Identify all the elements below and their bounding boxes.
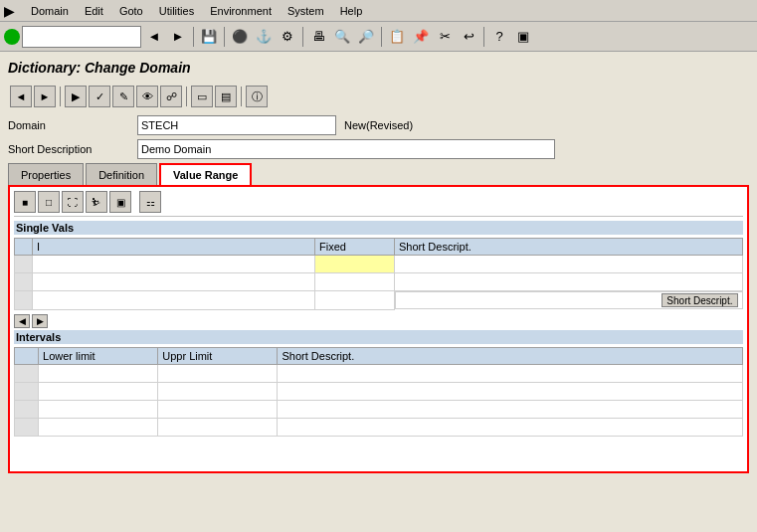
shortcut-btn2[interactable]: ⚓ <box>253 26 275 48</box>
domain-input[interactable] <box>137 115 336 135</box>
intervals-table: Lower limit Uppr Limit Short Descript. <box>14 347 743 437</box>
cell-i-3[interactable] <box>33 291 315 310</box>
panel-btn2[interactable]: □ <box>38 191 60 213</box>
int-upper-4[interactable] <box>158 418 278 436</box>
change-btn[interactable]: ✎ <box>112 86 134 107</box>
col-lower: Lower limit <box>39 347 158 364</box>
int-row-num-1 <box>15 364 39 382</box>
int-upper-2[interactable] <box>158 382 278 400</box>
save-btn[interactable]: 💾 <box>198 26 220 48</box>
menu-edit[interactable]: Edit <box>77 3 111 19</box>
menu-icon: ▶ <box>4 3 15 19</box>
find2-btn[interactable]: 🔎 <box>355 26 377 48</box>
fwd-btn[interactable]: ► <box>34 86 56 107</box>
copy-btn[interactable]: 📋 <box>386 26 408 48</box>
panel-btn6[interactable]: ⚏ <box>139 191 161 213</box>
sep2 <box>224 27 225 47</box>
cell-shortdesc-2[interactable] <box>395 273 743 291</box>
cell-fixed-2[interactable] <box>315 273 395 291</box>
nav-back-btn[interactable]: ◄ <box>143 26 165 48</box>
help-btn[interactable]: ? <box>488 26 510 48</box>
print-btn[interactable]: 🖶 <box>307 26 329 48</box>
int-short-1[interactable] <box>278 364 743 382</box>
tab-bar: Properties Definition Value Range <box>8 163 749 185</box>
panel-btn1[interactable]: ■ <box>14 191 36 213</box>
sep6 <box>60 87 61 106</box>
int-short-4[interactable] <box>278 418 743 436</box>
short-desc-row: Short Description <box>8 139 749 159</box>
int-row-num-4 <box>15 418 39 436</box>
cell-fixed-1[interactable] <box>315 256 395 273</box>
cut-btn[interactable]: ✂ <box>434 26 456 48</box>
scroll-left-btn[interactable]: ◀ <box>14 314 30 328</box>
panel-btn4[interactable]: ⛷ <box>86 191 107 213</box>
cell-shortdesc-3: Short Descript. <box>395 291 743 309</box>
page-title: Dictionary: Change Domain <box>8 60 749 76</box>
table-row <box>15 273 743 291</box>
single-vals-table: I Fixed Short Descript. <box>14 238 743 310</box>
back-btn[interactable]: ◄ <box>10 86 32 107</box>
scroll-right-btn[interactable]: ▶ <box>32 314 48 328</box>
menu-help[interactable]: Help <box>332 3 371 19</box>
tab-definition[interactable]: Definition <box>86 163 157 185</box>
int-upper-1[interactable] <box>158 364 278 382</box>
sep8 <box>241 87 242 106</box>
display-btn[interactable]: 👁 <box>136 86 158 107</box>
panel-btn3[interactable]: ⛶ <box>62 191 84 213</box>
menu-environment[interactable]: Environment <box>202 3 280 19</box>
command-field[interactable] <box>22 26 141 48</box>
menu-domain[interactable]: Domain <box>23 3 77 19</box>
where-used-btn[interactable]: ☍ <box>160 86 182 107</box>
sep5 <box>483 27 484 47</box>
hierarchy-btn[interactable]: ▤ <box>215 86 237 107</box>
intervals-header: Intervals <box>14 330 743 344</box>
col-row-num <box>15 239 33 256</box>
int-row-num-2 <box>15 382 39 400</box>
short-desc-button[interactable]: Short Descript. <box>662 293 737 307</box>
panel-btn5[interactable]: ▣ <box>109 191 131 213</box>
int-lower-2[interactable] <box>39 382 158 400</box>
tab-value-range[interactable]: Value Range <box>159 163 252 185</box>
single-vals-header: Single Vals <box>14 221 743 235</box>
domain-row: Domain New(Revised) <box>8 115 749 135</box>
int-short-2[interactable] <box>278 382 743 400</box>
shortcut-btn3[interactable]: ⚙ <box>277 26 298 48</box>
short-desc-label: Short Description <box>8 143 137 155</box>
col-short-desc: Short Descript. <box>395 239 743 256</box>
menu-goto[interactable]: Goto <box>111 3 151 19</box>
sys-btn[interactable]: ▣ <box>512 26 534 48</box>
sep1 <box>193 27 194 47</box>
sep4 <box>381 27 382 47</box>
menu-system[interactable]: System <box>280 3 332 19</box>
check-btn[interactable]: ✓ <box>89 86 110 107</box>
cell-i-1[interactable] <box>33 256 315 273</box>
cell-fixed-3[interactable] <box>315 291 395 310</box>
int-short-3[interactable] <box>278 400 743 418</box>
main-toolbar: ◄ ► 💾 ⚫ ⚓ ⚙ 🖶 🔍 🔎 📋 📌 ✂ ↩ ? ▣ <box>0 22 757 52</box>
int-lower-4[interactable] <box>39 418 158 436</box>
cell-i-2[interactable] <box>33 273 315 291</box>
int-upper-3[interactable] <box>158 400 278 418</box>
int-lower-3[interactable] <box>39 400 158 418</box>
intervals-header-row: Lower limit Uppr Limit Short Descript. <box>15 347 743 364</box>
col-upper: Uppr Limit <box>158 347 278 364</box>
paste-btn[interactable]: 📌 <box>410 26 432 48</box>
col-row-num-int <box>15 347 39 364</box>
row-num-2 <box>15 273 33 291</box>
sep3 <box>302 27 303 47</box>
tab-properties[interactable]: Properties <box>8 163 84 185</box>
nav-fwd-btn[interactable]: ► <box>167 26 189 48</box>
intervals-row <box>15 364 743 382</box>
int-lower-1[interactable] <box>39 364 158 382</box>
namespace-btn[interactable]: ▭ <box>191 86 213 107</box>
find-btn[interactable]: 🔍 <box>331 26 353 48</box>
short-desc-input[interactable] <box>137 139 555 159</box>
shortcut-btn1[interactable]: ⚫ <box>229 26 251 48</box>
intervals-row <box>15 382 743 400</box>
menu-utilities[interactable]: Utilities <box>151 3 202 19</box>
cell-shortdesc-1[interactable] <box>395 256 743 273</box>
info-btn[interactable]: ⓘ <box>246 86 268 107</box>
col-i: I <box>33 239 315 256</box>
activate-btn[interactable]: ▶ <box>65 86 87 107</box>
undo-btn[interactable]: ↩ <box>458 26 479 48</box>
